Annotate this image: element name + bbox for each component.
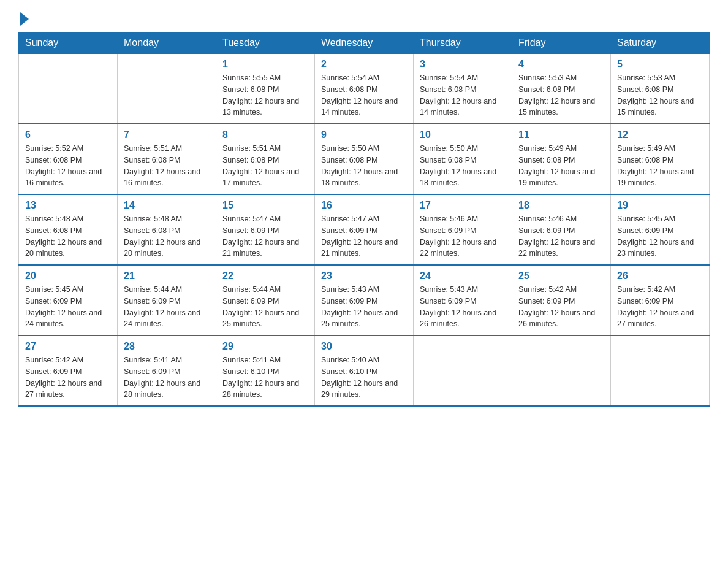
day-info: Sunrise: 5:42 AMSunset: 6:09 PMDaylight:… (25, 354, 111, 400)
day-info: Sunrise: 5:45 AMSunset: 6:09 PMDaylight:… (25, 284, 111, 330)
day-number: 25 (518, 270, 604, 282)
calendar-cell: 5Sunrise: 5:53 AMSunset: 6:08 PMDaylight… (611, 54, 710, 124)
calendar-cell: 20Sunrise: 5:45 AMSunset: 6:09 PMDayligh… (19, 265, 118, 335)
column-header-friday: Friday (512, 33, 611, 54)
day-number: 9 (321, 129, 407, 140)
calendar-cell (414, 335, 512, 406)
calendar-cell: 3Sunrise: 5:54 AMSunset: 6:08 PMDaylight… (414, 54, 512, 124)
day-info: Sunrise: 5:50 AMSunset: 6:08 PMDaylight:… (321, 143, 407, 189)
day-info: Sunrise: 5:50 AMSunset: 6:08 PMDaylight:… (420, 143, 506, 189)
column-header-thursday: Thursday (414, 33, 512, 54)
day-info: Sunrise: 5:55 AMSunset: 6:08 PMDaylight:… (222, 72, 308, 118)
calendar-cell: 10Sunrise: 5:50 AMSunset: 6:08 PMDayligh… (414, 124, 512, 194)
day-number: 30 (321, 341, 407, 352)
day-number: 15 (222, 200, 308, 211)
day-number: 19 (617, 200, 703, 211)
day-number: 16 (321, 200, 407, 211)
calendar-cell: 18Sunrise: 5:46 AMSunset: 6:09 PMDayligh… (512, 194, 611, 265)
day-number: 1 (222, 59, 308, 70)
day-info: Sunrise: 5:41 AMSunset: 6:09 PMDaylight:… (124, 354, 210, 400)
calendar-cell: 19Sunrise: 5:45 AMSunset: 6:09 PMDayligh… (611, 194, 710, 265)
day-info: Sunrise: 5:40 AMSunset: 6:10 PMDaylight:… (321, 354, 407, 400)
day-info: Sunrise: 5:41 AMSunset: 6:10 PMDaylight:… (222, 354, 308, 400)
calendar-cell: 17Sunrise: 5:46 AMSunset: 6:09 PMDayligh… (414, 194, 512, 265)
calendar-body: 1Sunrise: 5:55 AMSunset: 6:08 PMDaylight… (19, 54, 710, 407)
day-info: Sunrise: 5:48 AMSunset: 6:08 PMDaylight:… (124, 213, 210, 259)
day-info: Sunrise: 5:53 AMSunset: 6:08 PMDaylight:… (518, 72, 604, 118)
day-info: Sunrise: 5:52 AMSunset: 6:08 PMDaylight:… (25, 143, 111, 189)
calendar-cell: 2Sunrise: 5:54 AMSunset: 6:08 PMDaylight… (315, 54, 414, 124)
calendar-cell (19, 54, 118, 124)
day-info: Sunrise: 5:43 AMSunset: 6:09 PMDaylight:… (321, 284, 407, 330)
column-header-tuesday: Tuesday (216, 33, 315, 54)
day-number: 6 (25, 129, 111, 140)
week-row-1: 1Sunrise: 5:55 AMSunset: 6:08 PMDaylight… (19, 54, 710, 124)
calendar-cell: 21Sunrise: 5:44 AMSunset: 6:09 PMDayligh… (118, 265, 216, 335)
day-number: 2 (321, 59, 407, 70)
calendar-cell: 7Sunrise: 5:51 AMSunset: 6:08 PMDaylight… (118, 124, 216, 194)
day-info: Sunrise: 5:51 AMSunset: 6:08 PMDaylight:… (222, 143, 308, 189)
column-header-wednesday: Wednesday (315, 33, 414, 54)
day-number: 27 (25, 341, 111, 352)
week-row-2: 6Sunrise: 5:52 AMSunset: 6:08 PMDaylight… (19, 124, 710, 194)
day-info: Sunrise: 5:47 AMSunset: 6:09 PMDaylight:… (222, 213, 308, 259)
calendar-cell: 13Sunrise: 5:48 AMSunset: 6:08 PMDayligh… (19, 194, 118, 265)
day-info: Sunrise: 5:51 AMSunset: 6:08 PMDaylight:… (124, 143, 210, 189)
day-number: 3 (420, 59, 506, 70)
column-header-monday: Monday (118, 33, 216, 54)
day-info: Sunrise: 5:48 AMSunset: 6:08 PMDaylight:… (25, 213, 111, 259)
logo-arrow-icon (20, 12, 29, 26)
day-info: Sunrise: 5:54 AMSunset: 6:08 PMDaylight:… (420, 72, 506, 118)
day-number: 13 (25, 200, 111, 211)
day-number: 10 (420, 129, 506, 140)
day-number: 23 (321, 270, 407, 282)
day-info: Sunrise: 5:45 AMSunset: 6:09 PMDaylight:… (617, 213, 703, 259)
calendar-cell: 30Sunrise: 5:40 AMSunset: 6:10 PMDayligh… (315, 335, 414, 406)
day-number: 22 (222, 270, 308, 282)
calendar-cell: 27Sunrise: 5:42 AMSunset: 6:09 PMDayligh… (19, 335, 118, 406)
calendar-cell: 28Sunrise: 5:41 AMSunset: 6:09 PMDayligh… (118, 335, 216, 406)
calendar-header: SundayMondayTuesdayWednesdayThursdayFrid… (19, 33, 710, 54)
day-number: 18 (518, 200, 604, 211)
calendar-cell: 9Sunrise: 5:50 AMSunset: 6:08 PMDaylight… (315, 124, 414, 194)
day-number: 12 (617, 129, 703, 140)
calendar-table: SundayMondayTuesdayWednesdayThursdayFrid… (18, 32, 710, 407)
page-header (18, 12, 710, 26)
day-info: Sunrise: 5:47 AMSunset: 6:09 PMDaylight:… (321, 213, 407, 259)
day-number: 7 (124, 129, 210, 140)
day-info: Sunrise: 5:42 AMSunset: 6:09 PMDaylight:… (518, 284, 604, 330)
day-number: 29 (222, 341, 308, 352)
calendar-cell: 8Sunrise: 5:51 AMSunset: 6:08 PMDaylight… (216, 124, 315, 194)
calendar-cell: 14Sunrise: 5:48 AMSunset: 6:08 PMDayligh… (118, 194, 216, 265)
calendar-cell: 12Sunrise: 5:49 AMSunset: 6:08 PMDayligh… (611, 124, 710, 194)
day-number: 4 (518, 59, 604, 70)
header-row: SundayMondayTuesdayWednesdayThursdayFrid… (19, 33, 710, 54)
day-number: 14 (124, 200, 210, 211)
day-number: 21 (124, 270, 210, 282)
week-row-3: 13Sunrise: 5:48 AMSunset: 6:08 PMDayligh… (19, 194, 710, 265)
day-number: 11 (518, 129, 604, 140)
calendar-cell: 22Sunrise: 5:44 AMSunset: 6:09 PMDayligh… (216, 265, 315, 335)
calendar-cell: 25Sunrise: 5:42 AMSunset: 6:09 PMDayligh… (512, 265, 611, 335)
day-info: Sunrise: 5:53 AMSunset: 6:08 PMDaylight:… (617, 72, 703, 118)
week-row-4: 20Sunrise: 5:45 AMSunset: 6:09 PMDayligh… (19, 265, 710, 335)
calendar-cell: 6Sunrise: 5:52 AMSunset: 6:08 PMDaylight… (19, 124, 118, 194)
day-number: 28 (124, 341, 210, 352)
calendar-cell: 1Sunrise: 5:55 AMSunset: 6:08 PMDaylight… (216, 54, 315, 124)
calendar-cell: 26Sunrise: 5:42 AMSunset: 6:09 PMDayligh… (611, 265, 710, 335)
day-info: Sunrise: 5:46 AMSunset: 6:09 PMDaylight:… (420, 213, 506, 259)
calendar-cell (118, 54, 216, 124)
day-info: Sunrise: 5:44 AMSunset: 6:09 PMDaylight:… (124, 284, 210, 330)
day-info: Sunrise: 5:42 AMSunset: 6:09 PMDaylight:… (617, 284, 703, 330)
calendar-cell (512, 335, 611, 406)
calendar-cell: 24Sunrise: 5:43 AMSunset: 6:09 PMDayligh… (414, 265, 512, 335)
day-number: 5 (617, 59, 703, 70)
day-number: 26 (617, 270, 703, 282)
calendar-cell: 29Sunrise: 5:41 AMSunset: 6:10 PMDayligh… (216, 335, 315, 406)
calendar-cell (611, 335, 710, 406)
day-number: 8 (222, 129, 308, 140)
logo (18, 12, 29, 26)
day-info: Sunrise: 5:54 AMSunset: 6:08 PMDaylight:… (321, 72, 407, 118)
week-row-5: 27Sunrise: 5:42 AMSunset: 6:09 PMDayligh… (19, 335, 710, 406)
calendar-cell: 15Sunrise: 5:47 AMSunset: 6:09 PMDayligh… (216, 194, 315, 265)
